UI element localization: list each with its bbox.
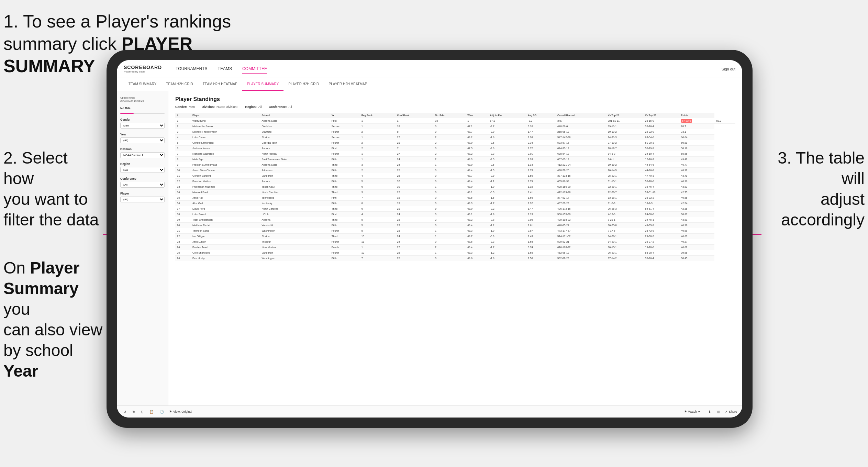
table-cell: 8 (175, 157, 191, 162)
annotation-step3-text: 3. The table willadjust accordingly (778, 149, 865, 229)
subnav-team-h2h-grid[interactable]: TEAM H2H GRID (162, 78, 198, 91)
table-row[interactable]: 4Luke ClatonFloridaSecond127268.2-1.61.9… (175, 135, 735, 140)
year-select[interactable]: (All) First Second Third Fourth Fifth (120, 137, 165, 143)
table-cell: 1.13 (526, 212, 556, 217)
subnav-team-h2h-heatmap[interactable]: TEAM H2H HEATMAP (198, 78, 242, 91)
table-cell: 0.87 (526, 228, 556, 234)
share-btn[interactable]: ↗ Share (725, 410, 737, 413)
table-cell: 1.79 (526, 179, 556, 184)
table-cell: 13 (175, 184, 191, 190)
table-row[interactable]: 11Gordon SargentVanderbiltThird425068.7-… (175, 173, 735, 179)
paste-btn[interactable]: 📋 (148, 409, 155, 414)
tablet-screen: SCOREBOARD Powered by clipd TOURNAMENTS … (117, 60, 742, 418)
table-cell: 68.4 (466, 168, 488, 173)
table-cell: 4 (360, 212, 396, 217)
table-row[interactable]: 14Maxwell FordNorth CarolinaThird322069.… (175, 190, 735, 195)
table-cell: Washington (260, 228, 330, 234)
table-row[interactable]: 20Matthew RiedelVanderbiltFifth523069.4-… (175, 223, 735, 228)
table-row[interactable]: 24Bastien AmatNew MexicoFourth127269.4-1… (175, 245, 735, 250)
table-cell: Arizona (260, 217, 330, 223)
table-cell: -2.3 (488, 239, 526, 245)
nav-tournaments[interactable]: TOURNAMENTS (176, 65, 207, 74)
table-row[interactable]: 9Preston SummerhaysArizona StateThird324… (175, 162, 735, 168)
table-row[interactable]: 8Mats EgeEast Tennessee StateFifth124268… (175, 157, 735, 162)
conference-select[interactable]: (All) (120, 182, 165, 188)
table-cell: 2 (360, 168, 396, 173)
table-cell: Missouri (260, 239, 330, 245)
table-cell: 44-64-6 (643, 162, 679, 168)
table-row[interactable]: 13Phichaksn MaichonTexas A&MThird630169.… (175, 184, 735, 190)
table-row[interactable]: 19Tiger ChristensenArizonaThird523269.2-… (175, 217, 735, 223)
table-cell: 42.75 (679, 190, 715, 195)
table-cell: 7-17-5 (606, 228, 643, 234)
table-cell: 24 (175, 245, 191, 250)
table-cell: 1 (175, 118, 191, 124)
subnav-team-summary[interactable]: TEAM SUMMARY (124, 78, 162, 91)
table-cell: 0.96 (526, 217, 556, 223)
table-cell: 628-150-30 (556, 184, 606, 190)
table-row[interactable]: 1Wenyi DingArizona StateFirst1115167.1-3… (175, 118, 735, 124)
col-rank: # (175, 113, 191, 118)
table-cell: 1 (360, 135, 396, 140)
gender-select[interactable]: Men Women (120, 123, 165, 129)
table-cell: Kentucky (260, 201, 330, 206)
table-row[interactable]: 12Brendan ValdesAuburnFifth537068.4-1.11… (175, 179, 735, 184)
redo-btn[interactable]: ↻ (131, 409, 136, 414)
table-cell: 3 (175, 129, 191, 135)
table-row[interactable]: 10Jacob Skov OlesenArkansasFifth225068.4… (175, 168, 735, 173)
table-row[interactable]: 6Jackson KoivunAuburnFirst27067.5-2.02.7… (175, 146, 735, 151)
table-cell: 1 (360, 124, 396, 129)
table-row[interactable]: 26Petr HrubyWashingtonFifth725068.6-1.61… (175, 256, 735, 261)
player-select[interactable]: (All) (120, 197, 165, 202)
table-row[interactable]: 7Nicholas GabrelcikNorth FloridaFourth12… (175, 151, 735, 157)
table-cell: 49.42 (679, 157, 715, 162)
table-cell: Second (330, 124, 360, 129)
sign-out-link[interactable]: Sign out (722, 67, 735, 71)
table-row[interactable]: 23Jack LundinMissouriFourth1124068.6-2.3… (175, 239, 735, 245)
subnav-player-summary[interactable]: PLAYER SUMMARY (242, 78, 283, 91)
table-cell: 2 (433, 151, 466, 157)
table-row[interactable]: 18Luke PowellUCLAFirst424069.1-1.81.1350… (175, 212, 735, 217)
table-row[interactable]: 15Jake HallTennesseeFifth718068.5-1.51.6… (175, 195, 735, 201)
table-cell: Third (330, 162, 360, 168)
table-cell: Fifth (330, 195, 360, 201)
nav-teams[interactable]: TEAMS (218, 65, 232, 74)
subnav-player-h2h-heatmap[interactable]: PLAYER H2H HEATMAP (324, 78, 372, 91)
table-row[interactable]: 17David FordNorth CarolinaThird621969.0-… (175, 206, 735, 212)
table-cell: -2.0 (488, 129, 526, 135)
clock-btn[interactable]: 🕐 (158, 409, 165, 414)
no-rds-slider[interactable] (120, 113, 165, 114)
region-select[interactable]: N/A All (120, 167, 165, 173)
table-cell: Michael Thorbjornsen (191, 129, 260, 135)
table-cell: Third (330, 184, 360, 190)
table-row[interactable]: 2Michael Le SassoOle MissSecond118067.1-… (175, 124, 735, 129)
watch-btn[interactable]: 👁 Watch ▾ (684, 410, 700, 413)
subnav-player-h2h-grid[interactable]: PLAYER H2H GRID (283, 78, 324, 91)
table-cell: 377-82-17 (556, 195, 606, 201)
filter-division: Division: NCAA Division I (202, 105, 238, 109)
undo-btn[interactable]: ↺ (122, 409, 127, 414)
table-row[interactable]: 25Cole SherwoodVanderbiltFourth1225169.3… (175, 250, 735, 256)
table-row[interactable]: 3Michael ThorbjornsenStanfordFourth28068… (175, 129, 735, 135)
table-cell: 5 (360, 217, 396, 223)
table-cell: -1.8 (488, 212, 526, 217)
grid-btn[interactable]: ⊞ (716, 409, 721, 414)
view-original[interactable]: 👁 View: Original (169, 410, 192, 413)
division-select[interactable]: NCAA Division I NCAA Division II (120, 152, 165, 158)
table-cell: Brendan Valdes (191, 179, 260, 184)
table-row[interactable]: 16Alex GoffKentuckyFifth819068.3-1.71.92… (175, 201, 735, 206)
table-cell: David Ford (191, 206, 260, 212)
table-cell: 1 (433, 250, 466, 256)
table-cell: 40.02 (679, 245, 715, 250)
download-btn[interactable]: ⬇ (707, 409, 712, 414)
table-row[interactable]: 21Taehoon SongWashingtonFourth523169.3-1… (175, 228, 735, 234)
table-cell: 40.98 (679, 223, 715, 228)
table-cell: Fourth (330, 250, 360, 256)
copy-btn[interactable]: ⎘ (140, 409, 145, 414)
table-row[interactable]: 22Ian GilliganFloridaThird1024168.7-0.91… (175, 234, 735, 239)
table-cell: 533-57-16 (556, 140, 606, 146)
table-header-row: # Player School Yr Reg Rank Conf Rank No… (175, 113, 735, 118)
table-cell: -1.6 (488, 256, 526, 261)
nav-committee[interactable]: COMMITTEE (242, 65, 267, 74)
table-row[interactable]: 5Christo LamprechtGeorgia TechFourth2212… (175, 140, 735, 146)
